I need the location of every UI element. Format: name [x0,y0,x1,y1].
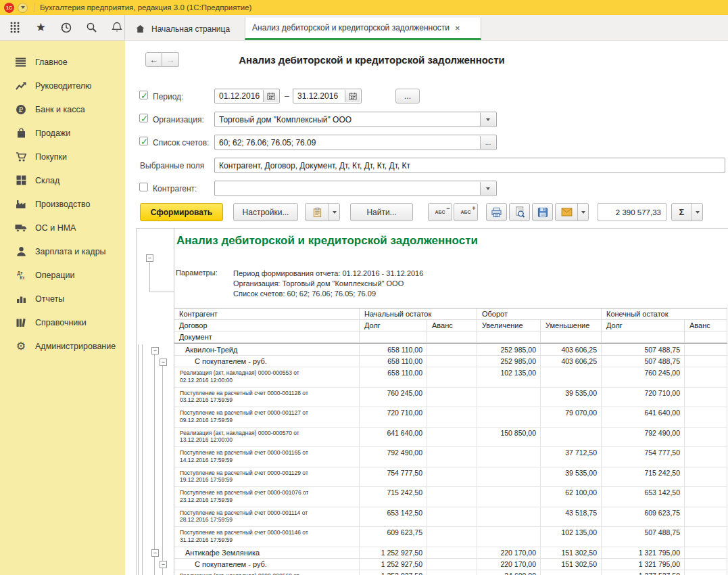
period-variant-button[interactable]: ... [395,89,420,104]
print-button[interactable] [486,203,507,221]
amount-cell: 252 985,00 [477,356,541,367]
sidebar-item-pokupki[interactable]: Покупки [0,145,125,168]
send-mail-split-button[interactable] [555,203,589,221]
calendar-icon[interactable] [263,90,278,102]
table-row[interactable]: Реализация (акт, накладная) 0000-000553 … [174,367,727,388]
apps-button[interactable] [8,20,23,35]
amount-cell [427,467,477,488]
sidebar-item-otchety[interactable]: Отчеты [0,287,125,310]
amount-cell: 403 606,25 [541,356,602,367]
amount-cell: 653 142,50 [360,507,427,528]
amount-cell: 658 110,00 [360,367,427,388]
expand-groups-button[interactable]: АБС+ [454,203,478,221]
table-row[interactable]: Реализация (акт, накладная) 0000-000570 … [174,428,727,448]
doc-date-line: 31.12.2016 17:59:59 [180,536,359,544]
row-name-cell: Поступление на расчетный счет 0000-00107… [174,487,360,507]
amount-cell: 1 321 795,00 [602,559,685,570]
collapse-groups-button[interactable]: АБС− [428,203,452,221]
calendar-icon[interactable] [345,90,360,102]
group-expander[interactable]: − [160,561,167,568]
clipboard-split-button[interactable] [305,203,340,221]
chevron-down-icon[interactable] [480,182,495,195]
sidebar-item-sklad[interactable]: Склад [0,168,125,192]
history-button[interactable] [59,20,74,35]
organization-checkbox[interactable] [139,114,148,122]
period-checkbox[interactable] [139,91,148,99]
chevron-down-icon[interactable] [329,204,339,221]
counterparty-checkbox[interactable] [139,183,148,191]
favorites-button[interactable]: ★ [34,20,49,35]
table-row[interactable]: Поступление на расчетный счет 0000-00112… [174,467,727,488]
chevron-down-icon[interactable] [691,204,702,221]
tab-home-page[interactable]: Начальная страница [126,18,245,40]
amount-cell: 507 488,75 [602,527,685,547]
counterparty-select[interactable] [214,181,497,196]
ellipsis-icon[interactable]: ... [480,136,495,149]
doc-line: Поступление на расчетный счет 0000-00112… [180,469,359,477]
autosum-value-field[interactable]: 2 390 577,33 [598,203,666,221]
truck-icon [15,222,27,234]
period-from-input[interactable]: 01.12.2016 [214,89,280,104]
selected-fields-input[interactable]: Контрагент, Договор, Документ, Дт, Кт, Д… [214,158,725,173]
row-name-cell: С покупателем - руб. [174,356,360,367]
save-button[interactable] [532,203,553,221]
group-expander[interactable]: − [151,549,159,557]
table-row[interactable]: Поступление на расчетный счет 0000-00111… [174,507,727,528]
application-window: 1С Бухгалтерия предприятия, редакция 3.0… [0,0,728,575]
notifications-button[interactable] [110,20,124,35]
amount-cell [685,467,727,488]
amount-cell [427,547,477,559]
table-row[interactable]: Поступление на расчетный счет 0000-00114… [174,527,727,547]
sidebar-item-proizvodstvo[interactable]: Производство [0,192,125,216]
group-expander[interactable]: − [151,347,159,354]
generate-button[interactable]: Сформировать [140,203,223,221]
accounts-checkbox[interactable] [139,137,148,145]
sidebar-item-prodazhi[interactable]: Продажи [0,121,125,145]
sidebar-item-os-i-nma[interactable]: ОС и НМА [0,216,125,239]
table-row[interactable]: Поступление на расчетный счет 0000-00107… [174,487,727,507]
amount-cell [427,388,477,408]
find-button[interactable]: Найти... [350,203,413,221]
row-name-cell: Антикафе Земляника [174,547,360,559]
param-line: Период формирования отчета: 01.12.2016 -… [233,269,423,279]
row-name-cell: Реализация (акт, накладная) 0000-000553 … [174,367,360,388]
sidebar-item-glavnoe[interactable]: Главное [0,50,125,74]
report-table-header: Контрагент Начальный остаток Оборот Коне… [174,308,727,344]
report-top-border [136,228,728,229]
sidebar-item-zarplata-i-kadry[interactable]: Зарплата и кадры [0,239,125,263]
table-row[interactable]: Поступление на расчетный счет 0000-00116… [174,447,727,467]
sidebar-item-rukovoditelyu[interactable]: Руководителю [0,74,125,97]
table-row[interactable]: С покупателем - руб.1 252 927,50220 170,… [174,559,727,570]
tab-report-active[interactable]: Анализ дебиторской и кредиторской задолж… [245,18,481,40]
main-menu-button[interactable] [18,3,28,13]
table-row[interactable]: Аквилон-Трейд658 110,00252 985,00403 606… [174,344,727,356]
sidebar-item-administrirovanie[interactable]: ⚙Администрирование [0,334,125,358]
sigma-split-button[interactable]: Σ [671,203,703,221]
sidebar-item-bank-i-kassa[interactable]: ₽Банк и касса [0,97,125,121]
settings-button[interactable]: Настройки... [233,203,298,221]
sidebar-item-spravochniki[interactable]: Справочники [0,310,125,334]
amount-cell [685,367,727,388]
chevron-down-icon[interactable] [480,113,495,126]
amount-cell: 37 712,50 [541,447,602,467]
table-row[interactable]: Поступление на расчетный счет 0000-00112… [174,388,727,408]
table-row[interactable]: С покупателем - руб.658 110,00252 985,00… [174,356,727,367]
tree-line [138,344,139,575]
amount-cell: 609 623,75 [602,507,685,528]
report-expander[interactable]: − [146,254,153,262]
organization-select[interactable]: Торговый дом "Комплексный" ООО [214,112,497,127]
table-row[interactable]: Поступление на расчетный счет 0000-00112… [174,407,727,428]
sidebar-item-operatsii[interactable]: Дт КтОперации [0,263,125,287]
chevron-down-icon[interactable] [577,204,588,221]
accounts-input[interactable]: 60; 62; 76.06; 76.05; 76.09 ... [214,135,497,150]
search-button[interactable] [84,20,99,35]
table-row[interactable]: Антикафе Земляника1 252 927,50220 170,00… [174,547,727,559]
period-to-input[interactable]: 31.12.2016 [293,89,362,104]
group-expander[interactable]: − [160,359,167,366]
forward-button[interactable]: → [162,52,179,67]
back-button[interactable]: ← [145,52,162,67]
preview-button[interactable] [509,203,530,221]
table-row[interactable]: Реализация (акт, накладная) 0000-000560 … [174,570,727,575]
close-icon[interactable]: × [455,23,460,33]
amount-cell: 507 488,75 [602,344,685,356]
